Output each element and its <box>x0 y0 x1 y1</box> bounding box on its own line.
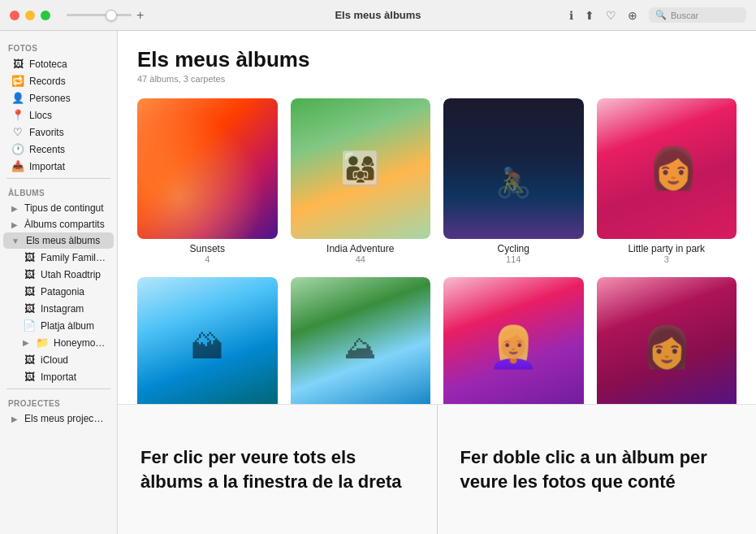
sidebar-item-instagram[interactable]: 🖼 Instagram <box>3 300 114 317</box>
sidebar-label-importat2: Importat <box>41 371 106 383</box>
sidebar-section-projectes: Projectes <box>0 393 117 410</box>
fototeca-icon: 🖼 <box>11 58 24 70</box>
album-thumb-littleparty <box>597 98 737 239</box>
sidebar-label-patagonia: Patagonia <box>41 286 106 297</box>
sidebar-divider-1 <box>6 178 110 179</box>
sidebar-item-records[interactable]: 🔁 Records <box>3 72 114 89</box>
utah-icon: 🖼 <box>23 268 36 280</box>
sidebar: Fotos 🖼 Fototeca 🔁 Records 👤 Persones 📍 … <box>0 31 118 534</box>
album-thumb-flower <box>443 277 584 405</box>
annotation-area: Fer clic per veure tots els àlbums a la … <box>118 404 756 534</box>
sidebar-label-icloud: iCloud <box>41 354 106 366</box>
page-title: Els meus àlbums <box>137 47 737 72</box>
importat-icon: 📥 <box>11 160 24 172</box>
sidebar-label-importat: Importat <box>29 161 106 172</box>
sidebar-label-meus-projectes: Els meus projectes <box>24 413 106 424</box>
expand-arrow-honeymoon: ▶ <box>23 338 29 347</box>
zoom-slider: + <box>67 8 144 23</box>
expand-arrow-tipus: ▶ <box>11 204 18 213</box>
album-name-sunsets: Sunsets <box>137 243 278 254</box>
sidebar-label-llocs: Llocs <box>29 110 106 121</box>
expand-arrow-projectes: ▶ <box>11 415 18 423</box>
album-name-cycling: Cycling <box>443 243 584 254</box>
slider-thumb[interactable] <box>106 10 117 21</box>
album-card-littleparty[interactable]: Little party in park 3 <box>597 98 737 264</box>
sidebar-label-records: Records <box>29 76 106 87</box>
album-card-gardens[interactable]: Gardens 24 <box>291 277 431 405</box>
family-icon: 🖼 <box>23 251 36 263</box>
album-card-hawaii[interactable]: Hawaii visit 2 <box>137 277 278 405</box>
sidebar-label-recents: Recents <box>29 144 106 155</box>
sidebar-item-family[interactable]: 🖼 Family Family… <box>3 249 114 266</box>
sidebar-item-recents[interactable]: 🕐 Recents <box>3 141 114 158</box>
add-icon[interactable]: ⊕ <box>628 9 637 22</box>
close-button[interactable] <box>10 11 19 20</box>
expand-arrow-compartits: ▶ <box>11 220 18 229</box>
album-name-littleparty: Little party in park <box>597 243 737 254</box>
sidebar-item-llocs[interactable]: 📍 Llocs <box>3 106 114 124</box>
album-count-india: 44 <box>291 254 431 264</box>
annotation-col-1: Fer clic per veure tots els àlbums a la … <box>118 405 438 534</box>
sidebar-divider-2 <box>6 389 110 389</box>
sidebar-item-favorits[interactable]: ♡ Favorits <box>3 124 114 141</box>
sidebar-item-meus-projectes[interactable]: ▶ Els meus projectes <box>3 410 114 427</box>
album-thumb-india <box>291 98 431 239</box>
sidebar-label-honeymoon: Honeymoon <box>54 337 106 349</box>
titlebar: + Els meus àlbums ℹ ⬆ ♡ ⊕ 🔍 Buscar <box>0 0 756 31</box>
sidebar-item-utah[interactable]: 🖼 Utah Roadtrip <box>3 266 114 283</box>
instagram-icon: 🖼 <box>23 302 36 315</box>
sidebar-item-tipus[interactable]: ▶ Tipus de contingut <box>3 200 114 216</box>
album-card-india[interactable]: India Adventure 44 <box>291 98 431 264</box>
records-icon: 🔁 <box>11 75 24 87</box>
share-icon[interactable]: ⬆ <box>585 9 594 22</box>
sidebar-item-persones[interactable]: 👤 Persones <box>3 89 114 106</box>
album-card-flower[interactable]: Flower Garden 8 <box>443 277 584 405</box>
minimize-button[interactable] <box>25 11 35 20</box>
importat2-icon: 🖼 <box>23 371 36 383</box>
album-grid: Sunsets 4 India Adventure 44 Cycling 114 <box>137 98 737 404</box>
sidebar-item-platja[interactable]: 📄 Platja àlbum <box>3 317 114 334</box>
album-card-goal[interactable]: Goal! 12 <box>597 277 737 405</box>
maximize-button[interactable] <box>41 11 50 20</box>
annotation-text-2: Fer doble clic a un àlbum per veure les … <box>460 445 734 493</box>
honeymoon-folder-icon: 📁 <box>36 336 49 349</box>
app-body: Fotos 🖼 Fototeca 🔁 Records 👤 Persones 📍 … <box>0 31 756 534</box>
search-placeholder: Buscar <box>671 11 698 20</box>
llocs-icon: 📍 <box>11 109 24 121</box>
sidebar-item-icloud[interactable]: 🖼 iCloud <box>3 351 114 368</box>
zoom-plus-icon[interactable]: + <box>136 8 144 23</box>
icloud-icon: 🖼 <box>23 354 36 366</box>
sidebar-item-importat[interactable]: 📥 Importat <box>3 158 114 175</box>
album-card-sunsets[interactable]: Sunsets 4 <box>137 98 278 264</box>
album-card-cycling[interactable]: Cycling 114 <box>443 98 584 264</box>
annotation-text-1: Fer clic per veure tots els àlbums a la … <box>140 445 414 493</box>
sidebar-label-tipus: Tipus de contingut <box>24 202 106 214</box>
sidebar-label-platja: Platja àlbum <box>41 320 106 332</box>
titlebar-actions: ℹ ⬆ ♡ ⊕ 🔍 Buscar <box>569 7 746 23</box>
album-thumb-sunsets <box>137 98 278 239</box>
sidebar-label-meus-albums: Els meus àlbums <box>26 235 106 246</box>
platja-icon: 📄 <box>23 319 36 332</box>
slider-track[interactable] <box>67 14 132 16</box>
window-controls <box>10 11 50 20</box>
expand-arrow-meus: ▼ <box>11 237 19 245</box>
sidebar-item-importat2[interactable]: 🖼 Importat <box>3 368 114 385</box>
sidebar-label-fototeca: Fototeca <box>29 59 106 70</box>
sidebar-section-fotos: Fotos <box>0 37 117 55</box>
patagonia-icon: 🖼 <box>23 285 36 297</box>
sidebar-item-patagonia[interactable]: 🖼 Patagonia <box>3 283 114 300</box>
info-icon[interactable]: ℹ <box>569 9 573 22</box>
main-content: Els meus àlbums 47 àlbums, 3 carpetes Su… <box>118 31 756 404</box>
persones-icon: 👤 <box>11 92 24 104</box>
album-count-littleparty: 3 <box>597 254 737 264</box>
search-box[interactable]: 🔍 Buscar <box>649 7 746 23</box>
album-thumb-hawaii <box>137 277 278 405</box>
sidebar-item-fototeca[interactable]: 🖼 Fototeca <box>3 55 114 72</box>
heart-icon[interactable]: ♡ <box>606 9 616 22</box>
sidebar-label-family: Family Family… <box>41 252 106 263</box>
sidebar-item-compartits[interactable]: ▶ Àlbums compartits <box>3 216 114 232</box>
sidebar-item-meus-albums[interactable]: ▼ Els meus àlbums <box>3 232 114 249</box>
recents-icon: 🕐 <box>11 143 24 155</box>
window-title: Els meus àlbums <box>335 9 421 21</box>
sidebar-item-honeymoon[interactable]: ▶ 📁 Honeymoon <box>3 334 114 351</box>
